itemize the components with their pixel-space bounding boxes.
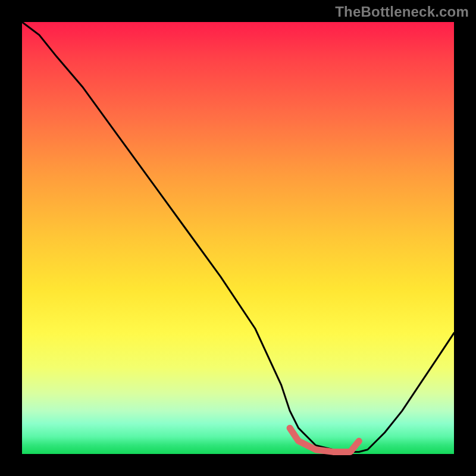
chart-frame: TheBottleneck.com bbox=[0, 0, 476, 476]
plot-area bbox=[22, 22, 454, 454]
chart-svg bbox=[22, 22, 454, 454]
bottleneck-curve bbox=[22, 22, 454, 452]
watermark-text: TheBottleneck.com bbox=[335, 4, 469, 20]
optimal-range-marker bbox=[290, 428, 359, 452]
